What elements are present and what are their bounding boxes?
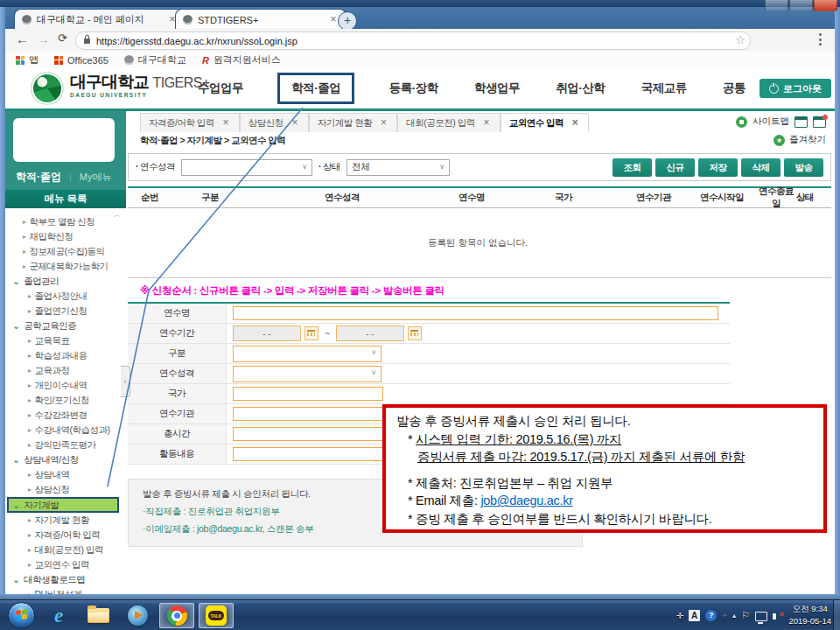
close-tab-icon[interactable]: [290, 118, 300, 129]
sidebar-menu-item[interactable]: 교육목표: [5, 333, 126, 348]
sidebar-menu-item[interactable]: 상담신청: [5, 482, 126, 497]
country-input[interactable]: [233, 387, 383, 401]
sidebar-menu-item[interactable]: 졸업관리: [5, 274, 126, 289]
show-hidden-icons-icon[interactable]: ▴: [732, 612, 736, 620]
start-date-input[interactable]: [233, 326, 301, 341]
close-tab-icon[interactable]: [481, 118, 492, 129]
nav-item[interactable]: 수업업무: [196, 77, 245, 100]
forward-button[interactable]: →: [37, 32, 50, 46]
sitemap-label[interactable]: 사이트맵: [752, 116, 789, 128]
workspace-tab[interactable]: 자격증/어학 입력: [140, 113, 240, 132]
end-date-input[interactable]: [336, 326, 404, 341]
tray-overflow-icon[interactable]: ⁘: [722, 612, 727, 620]
workspace-tab[interactable]: 상담신청: [240, 113, 309, 132]
workspace-tab[interactable]: 자기계발 현황: [309, 113, 397, 132]
taskbar-clock[interactable]: 오전 9:34 2019-05-14: [788, 603, 831, 627]
nav-item[interactable]: 학생업무: [472, 77, 522, 100]
media-player-icon[interactable]: [120, 603, 155, 628]
window-controls[interactable]: [764, 0, 837, 11]
sidebar-menu-item[interactable]: 수강내역(학습성과): [5, 423, 126, 438]
language-indicator-icon[interactable]: ✛: [676, 611, 683, 620]
sidebar-menu-item[interactable]: 자기계발: [7, 497, 119, 513]
training-type-form-select[interactable]: [233, 366, 382, 382]
sidebar-menu-item[interactable]: DU비전설계: [5, 587, 126, 594]
sidebar-menu-item[interactable]: 졸업사정안내: [5, 289, 126, 304]
sidebar-menu-item[interactable]: 학습성과내용: [5, 348, 126, 363]
close-tab-icon[interactable]: [220, 118, 231, 129]
reload-button[interactable]: ⟳: [58, 32, 67, 45]
sidebar-menu-item[interactable]: 확인/포기신청: [5, 393, 126, 408]
kakaotalk-icon[interactable]: TALK: [199, 603, 234, 628]
sidebar-menu-item[interactable]: 공학교육인증: [5, 318, 126, 333]
nav-item[interactable]: 등록·장학: [388, 77, 440, 100]
sidebar-tab-academic[interactable]: 학적·졸업: [16, 170, 61, 185]
action-button[interactable]: 삭제: [741, 158, 780, 177]
chrome-icon[interactable]: [159, 603, 194, 628]
popup-window-icon[interactable]: [794, 116, 808, 128]
file-explorer-icon[interactable]: [80, 603, 116, 628]
new-tab-button[interactable]: [338, 11, 357, 31]
calendar-icon[interactable]: [408, 326, 422, 340]
sidebar-menu-item[interactable]: 학부모 열람 신청: [5, 214, 126, 229]
sidebar-menu-item[interactable]: 대회(공모전) 입력: [5, 542, 126, 557]
address-bar[interactable]: https://tigersstd.daegu.ac.kr/nxrun/ssoL…: [75, 32, 751, 50]
sidebar-menu-item[interactable]: 교육과정: [5, 363, 126, 378]
category-select[interactable]: [233, 346, 382, 362]
sidebar-menu-item[interactable]: 졸업연기신청: [5, 304, 126, 318]
bookmark-star-icon[interactable]: ☆: [735, 33, 746, 46]
training-type-select[interactable]: [181, 159, 312, 176]
help-tray-icon[interactable]: ?: [705, 610, 717, 621]
sidebar-menu-item[interactable]: 수강강좌변경: [5, 408, 126, 423]
browser-tab-daegu-home[interactable]: 대구대학교 - 메인 페이지: [14, 9, 186, 30]
bookmark-apps[interactable]: 앱: [16, 53, 38, 66]
status-select[interactable]: 전체: [346, 159, 450, 176]
workspace-tab[interactable]: 대회(공모전) 입력: [397, 113, 500, 132]
sidebar-menu-item[interactable]: 자격증/어학 입력: [5, 528, 126, 542]
close-tab-icon[interactable]: [570, 118, 580, 129]
training-name-input[interactable]: [233, 306, 718, 320]
action-button[interactable]: 저장: [698, 158, 738, 177]
minimize-button[interactable]: [765, 0, 788, 11]
bookmark-office365[interactable]: Office365: [54, 55, 108, 66]
workspace-tab[interactable]: 교외연수 입력: [500, 113, 589, 132]
institution-input[interactable]: [233, 407, 383, 421]
action-button[interactable]: 신규: [655, 158, 695, 177]
internet-explorer-icon[interactable]: e: [41, 603, 76, 628]
email-link[interactable]: job@daegu.ac.kr: [480, 494, 572, 508]
network-icon[interactable]: [755, 612, 767, 621]
start-button[interactable]: [8, 602, 35, 629]
sidebar-collapse-handle[interactable]: [121, 366, 130, 397]
sidebar-menu-item[interactable]: 군제대복학가능학기: [5, 259, 126, 274]
nav-item[interactable]: 취업·산학: [554, 77, 606, 100]
maximize-button[interactable]: [789, 0, 813, 11]
sidebar-menu-item[interactable]: 상담내역/신청: [5, 452, 126, 467]
sidebar-menu-item[interactable]: 정보제공(수집)동의: [5, 244, 126, 259]
close-window-button[interactable]: [814, 0, 837, 11]
action-button[interactable]: 조회: [612, 158, 652, 177]
close-windows-icon[interactable]: [813, 116, 826, 128]
sidebar-menu-item[interactable]: 대학생활로드맵: [5, 572, 126, 587]
sidebar-menu-item[interactable]: 재입학신청: [5, 229, 126, 244]
nav-item[interactable]: 학적·졸업: [277, 73, 354, 104]
back-button[interactable]: ←: [16, 32, 29, 46]
site-logo[interactable]: 대구대학교 TIGERS+ DAEGU UNIVERSITY: [70, 74, 210, 99]
nav-item[interactable]: 국제교류: [640, 77, 689, 100]
sidebar-tab-mymenu[interactable]: My메뉴: [80, 171, 112, 184]
browser-tab-stdtigers[interactable]: STDTIGERS+: [175, 9, 346, 30]
action-button[interactable]: 발송: [784, 158, 823, 177]
volume-muted-icon[interactable]: [773, 611, 784, 620]
favorite-group[interactable]: 즐겨찾기: [774, 134, 826, 146]
collapse-menu-icon[interactable]: ︿: [114, 210, 121, 220]
sidebar-menu-item[interactable]: 강의만족도평가: [5, 438, 126, 452]
calendar-icon[interactable]: [304, 326, 318, 340]
close-tab-icon[interactable]: [378, 118, 388, 129]
action-center-flag-icon[interactable]: ⚐: [741, 610, 750, 621]
nav-item[interactable]: 공통: [721, 77, 747, 100]
sidebar-menu-item[interactable]: 개인이수내역: [5, 378, 126, 393]
show-desktop-button[interactable]: [833, 600, 840, 630]
bookmark-remote-support[interactable]: 원격지원서비스: [202, 53, 281, 66]
sidebar-menu-item[interactable]: 상담내역: [5, 467, 126, 482]
ime-mode-icon[interactable]: A: [689, 610, 700, 621]
sidebar-menu-item[interactable]: 자기계발 현황: [5, 513, 126, 528]
sidebar-menu-item[interactable]: 교외연수 입력: [5, 557, 126, 572]
